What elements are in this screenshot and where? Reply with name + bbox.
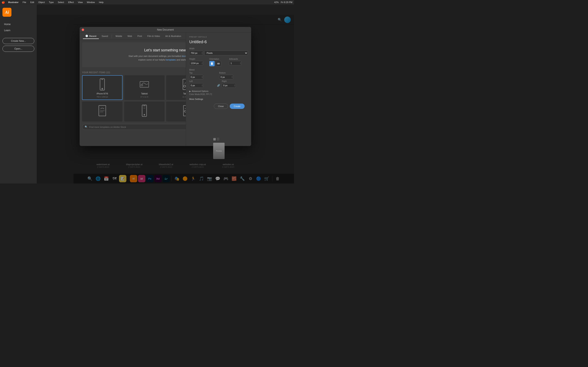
recent-card-tabloid1[interactable]: Tabloid 17 x 11 in [124, 75, 164, 100]
list-view-button[interactable]: ☰ [217, 137, 219, 141]
bleed-label: Bleed [189, 69, 248, 71]
bleed-right-down[interactable]: ▼ [234, 85, 235, 87]
bleed-left-group: Left ▲ ▼ [189, 80, 215, 88]
artboards-label: Artboards [229, 58, 248, 60]
height-group: Height ▲ ▼ [189, 58, 208, 66]
modal-footer: Close Create [189, 104, 248, 112]
app-name[interactable]: Illustrator [7, 1, 19, 3]
landscape-button[interactable] [216, 61, 221, 66]
close-modal-button[interactable]: Close [214, 104, 228, 109]
menu-file[interactable]: File [22, 1, 27, 3]
height-down-arrow[interactable]: ▼ [201, 63, 203, 64]
tabloid1-card-name: Tabloid [141, 92, 148, 95]
apple-menu[interactable]: 🍎 [2, 1, 5, 4]
bleed-right-group: Right ▲ ▼ [222, 80, 248, 88]
height-input[interactable] [189, 61, 203, 66]
tabloid1-icon [138, 77, 150, 92]
recent-card-6[interactable] [124, 101, 164, 122]
search-icon-small: 🔍 [85, 125, 87, 128]
svg-rect-0 [100, 79, 104, 90]
width-group: Width ▲ ▼ Pixels [189, 48, 248, 55]
menu-effect[interactable]: Effect [67, 1, 75, 3]
menubar: 🍎 Illustrator File Edit Object Type Sele… [0, 0, 294, 4]
app-logo: Ai [2, 8, 11, 17]
bleed-top-group: Top ▲ ▼ [189, 72, 218, 79]
recent-card-5[interactable] [82, 101, 122, 122]
battery-indicator: 42% [274, 1, 279, 3]
width-input[interactable] [189, 51, 203, 55]
menu-window[interactable]: Window [86, 1, 95, 3]
menu-help[interactable]: Help [98, 1, 104, 3]
main-content: 🔍 New Document 🕐 Recent Saved [37, 15, 294, 184]
bleed-right-input[interactable] [222, 83, 236, 88]
menu-object[interactable]: Object [37, 1, 45, 3]
svg-point-4 [141, 84, 143, 86]
open-button[interactable]: Open... [2, 46, 34, 52]
more-settings-link[interactable]: More Settings [189, 98, 248, 100]
iphone-card-dims: 750 x 1334 px [96, 96, 108, 98]
width-label: Width [189, 48, 248, 50]
tab-mobile[interactable]: Mobile [113, 34, 125, 39]
templates-link[interactable]: templates [166, 58, 176, 61]
iphone-card-name: iPhone 8/7/6 [96, 92, 108, 95]
new-document-modal: New Document 🕐 Recent Saved Mobile Web P… [80, 27, 251, 146]
advanced-options-toggle[interactable]: ▶ Advanced Options [189, 90, 248, 92]
svg-rect-22 [217, 63, 220, 64]
tab-art-illustration[interactable]: Art & Illustration [163, 34, 184, 39]
svg-point-12 [144, 114, 145, 115]
sidebar-item-learn[interactable]: Learn [2, 28, 34, 33]
grid-view-button[interactable]: ⊞ [213, 137, 216, 141]
create-new-button[interactable]: Create New... [2, 38, 34, 44]
bleed-top-down[interactable]: ▼ [201, 77, 203, 78]
bleed-bottom-label: Bottom [219, 72, 248, 74]
bleed-left-down[interactable]: ▼ [201, 85, 203, 87]
color-mode-info: Color Mode:RGB, PPI:72 [189, 93, 248, 95]
menu-edit[interactable]: Edit [29, 1, 35, 3]
clock-icon: 🕐 [85, 35, 88, 37]
iphone-icon [96, 77, 108, 92]
sidebar-buttons: Create New... Open... [2, 38, 34, 52]
dimensions-row: Height ▲ ▼ Orientation [189, 58, 248, 66]
card5-icon [96, 104, 108, 118]
menu-type[interactable]: Type [48, 1, 54, 3]
orientation-group: Orientation [209, 58, 228, 66]
modal-close-button[interactable] [82, 29, 84, 31]
sidebar-item-home[interactable]: Home [2, 22, 34, 27]
preset-details-panel: PRESET DETAILS Untitled-6 Width ▲ ▼ [186, 33, 251, 146]
bleed-bottom-group: Bottom ▲ ▼ [219, 72, 248, 79]
tab-saved[interactable]: Saved [99, 34, 111, 39]
tab-print[interactable]: Print [135, 34, 145, 39]
svg-rect-21 [211, 62, 213, 65]
tabloid1-card-dims: 17 x 11 in [140, 96, 148, 98]
artboards-down-arrow[interactable]: ▼ [240, 63, 241, 64]
bleed-left-input[interactable] [189, 83, 203, 88]
tab-recent[interactable]: 🕐 Recent [83, 33, 99, 39]
app-container: Ai Home Learn Create New... Open... 🔍 Ne… [0, 4, 294, 184]
sidebar-nav: Home Learn [2, 22, 34, 33]
portrait-button[interactable] [209, 61, 215, 66]
sidebar: Ai Home Learn Create New... Open... [0, 4, 37, 184]
card6-icon [138, 104, 150, 118]
width-down-arrow[interactable]: ▼ [201, 53, 203, 54]
svg-point-6 [183, 85, 186, 87]
tab-web[interactable]: Web [125, 34, 134, 39]
bleed-section: Bleed Top ▲ ▼ [189, 69, 248, 88]
menu-view[interactable]: View [77, 1, 84, 3]
svg-rect-11 [142, 105, 147, 117]
artboards-input[interactable] [229, 61, 241, 66]
recent-card-iphone[interactable]: iPhone 8/7/6 750 x 1334 px [82, 75, 122, 100]
artboards-group: Artboards ▲ ▼ [229, 58, 248, 66]
view-controls: ⊞ ☰ Preview [213, 137, 225, 159]
tab-film-video[interactable]: Film & Video [145, 34, 163, 39]
create-document-button[interactable]: Create [230, 104, 245, 109]
modal-title: New Document [157, 28, 174, 31]
bleed-top-input[interactable] [189, 75, 203, 79]
bleed-lock-icon[interactable]: 🔗 [217, 83, 221, 87]
preset-details-label: PRESET DETAILS [189, 36, 248, 38]
unit-select[interactable]: Pixels Inches Centimeters Millimeters Po… [204, 50, 248, 55]
bleed-bottom-down[interactable]: ▼ [232, 77, 233, 78]
menu-select[interactable]: Select [57, 1, 65, 3]
bleed-bottom-input[interactable] [219, 75, 233, 79]
bleed-left-label: Left [189, 80, 215, 82]
svg-point-1 [102, 88, 103, 89]
